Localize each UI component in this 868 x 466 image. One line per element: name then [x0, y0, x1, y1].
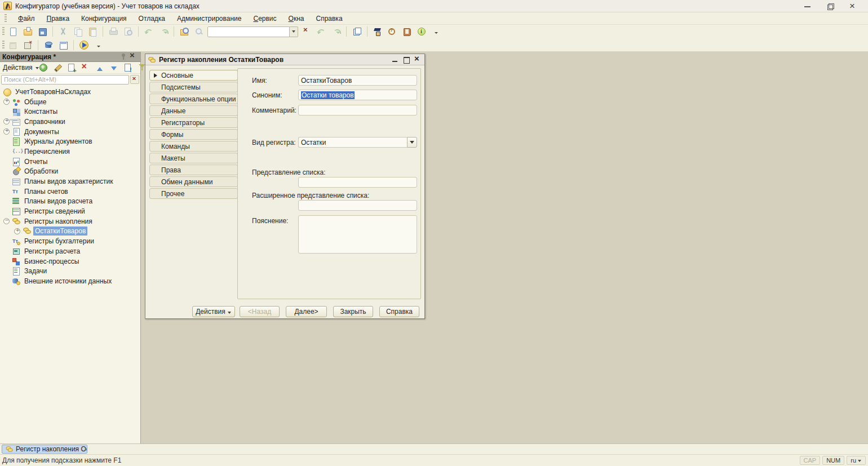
- tree-item-root[interactable]: УчетТоваровНаСкладах: [0, 87, 140, 97]
- external-data-sources-icon: [12, 277, 20, 285]
- tab-data[interactable]: Данные: [149, 105, 238, 116]
- configuration-panel: Конфигурация * Действия УчетТоваровНаСкл…: [0, 52, 141, 443]
- tree-item[interactable]: Планы видов характеристик: [0, 176, 140, 187]
- expand-placeholder: [3, 278, 10, 284]
- find-icon: [194, 27, 203, 36]
- configuration-close-icon: [23, 41, 32, 50]
- tab-forms[interactable]: Формы: [149, 129, 238, 140]
- start-debugging-icon: [79, 41, 88, 50]
- menu-configuration[interactable]: Конфигурация: [79, 14, 129, 24]
- actions-button[interactable]: Действия: [192, 306, 235, 317]
- search-dropdown-icon[interactable]: [290, 26, 298, 37]
- tab-functional-options[interactable]: Функциональные опции: [149, 94, 238, 104]
- comment-field[interactable]: [298, 105, 417, 116]
- tree-item[interactable]: Константы: [0, 106, 140, 117]
- next-button[interactable]: Далее>: [286, 306, 327, 317]
- information-registers-icon: [12, 207, 20, 215]
- tab-commands[interactable]: Команды: [149, 141, 238, 152]
- tree-item[interactable]: Общие: [0, 97, 140, 107]
- toolbar-grip[interactable]: [2, 27, 5, 36]
- tree-item[interactable]: Задачи: [0, 266, 140, 276]
- explanation-field[interactable]: [298, 215, 417, 254]
- dialog-titlebar[interactable]: Регистр накопления ОстаткиТоваров: [145, 54, 424, 65]
- tab-main[interactable]: Основные: [149, 70, 238, 81]
- document-journals-icon: [12, 137, 20, 145]
- tree-item[interactable]: Перечисления: [0, 147, 140, 157]
- tree-item[interactable]: Обработки: [0, 167, 140, 177]
- expand-placeholder: [3, 198, 10, 205]
- tree-item[interactable]: Документы: [0, 127, 140, 137]
- window-tab-active[interactable]: Регистр накопления Ост...: [2, 445, 87, 454]
- search-input[interactable]: [1, 75, 129, 85]
- tab-data-exchange[interactable]: Обмен данными: [149, 176, 238, 187]
- tree-item[interactable]: Регистры бухгалтерии: [0, 236, 140, 246]
- minimize-icon[interactable]: [804, 2, 812, 10]
- menu-administration[interactable]: Администрирование: [175, 14, 243, 24]
- separator: [73, 40, 74, 50]
- dialog-minimize-icon[interactable]: [392, 56, 398, 63]
- find-previous-icon: [317, 27, 326, 36]
- configuration-table-icon: [59, 41, 68, 50]
- panel-header: Конфигурация *: [0, 52, 140, 62]
- pin-icon[interactable]: [120, 52, 129, 61]
- tree-item[interactable]: Внешние источники данных: [0, 276, 140, 286]
- paste-icon: [88, 27, 97, 36]
- selected-text: Остатки товаров: [301, 91, 355, 99]
- restore-icon[interactable]: [826, 2, 834, 10]
- global-search-input[interactable]: [207, 26, 290, 37]
- dialog-close-icon[interactable]: [414, 56, 421, 63]
- tab-subsystems[interactable]: Подсистемы: [149, 82, 238, 92]
- collapse-icon[interactable]: [3, 218, 10, 224]
- expand-icon[interactable]: [3, 118, 10, 125]
- comment-label: Комментарий:: [252, 106, 296, 114]
- toolbar-grip[interactable]: [5, 14, 7, 23]
- menu-file[interactable]: Файл: [16, 14, 37, 24]
- accumulation-register-icon: [148, 56, 156, 64]
- register-kind-combobox[interactable]: Остатки: [298, 137, 417, 148]
- tree-item[interactable]: Планы счетов: [0, 187, 140, 197]
- menu-debug[interactable]: Отладка: [137, 14, 167, 24]
- tab-rights[interactable]: Права: [149, 165, 238, 175]
- tree-item[interactable]: Бизнес-процессы: [0, 256, 140, 267]
- tree-item[interactable]: Регистры сведений: [0, 206, 140, 216]
- menu-help[interactable]: Справка: [314, 14, 344, 24]
- help-button[interactable]: Справка: [379, 306, 419, 317]
- extended-list-presentation-field[interactable]: [298, 200, 417, 211]
- update-database-configuration-icon: [44, 41, 53, 50]
- name-field[interactable]: [298, 75, 417, 86]
- separator: [52, 26, 53, 37]
- dropdown-arrow-icon[interactable]: [407, 137, 417, 148]
- tab-other[interactable]: Прочее: [149, 188, 238, 199]
- toolbar-grip[interactable]: [2, 41, 5, 50]
- back-button[interactable]: <Назад: [240, 306, 280, 317]
- menu-edit[interactable]: Правка: [45, 14, 72, 24]
- expand-icon[interactable]: [14, 228, 20, 234]
- actions-menu-button[interactable]: Действия: [2, 64, 34, 72]
- configuration-root-icon: [3, 88, 11, 96]
- close-button[interactable]: Закрыть: [333, 306, 373, 317]
- tree-item[interactable]: Справочники: [0, 117, 140, 127]
- separator: [38, 40, 38, 50]
- close-icon[interactable]: [849, 2, 857, 10]
- tree-item[interactable]: Отчеты: [0, 157, 140, 167]
- menu-tools[interactable]: Сервис: [251, 14, 278, 24]
- tree-item[interactable]: Журналы документов: [0, 136, 140, 147]
- window-tab-label: Регистр накопления Ост...: [16, 445, 87, 453]
- synonym-field[interactable]: Остатки товаров: [298, 90, 417, 100]
- tree-item[interactable]: Планы видов расчета: [0, 197, 140, 207]
- expand-icon[interactable]: [3, 128, 10, 135]
- tree-item[interactable]: Регистры расчета: [0, 246, 140, 256]
- dialog-maximize-icon[interactable]: [403, 56, 410, 63]
- tab-templates[interactable]: Макеты: [149, 153, 238, 163]
- expand-icon[interactable]: [3, 99, 10, 105]
- num-lock-indicator: NUM: [822, 456, 844, 465]
- expand-placeholder: [3, 268, 10, 274]
- list-presentation-field[interactable]: [298, 177, 417, 188]
- menu-windows[interactable]: Окна: [287, 14, 306, 24]
- language-indicator[interactable]: ru: [847, 456, 866, 465]
- tab-recorders[interactable]: Регистраторы: [149, 117, 238, 128]
- tree-item[interactable]: Регистры накопления: [0, 216, 140, 227]
- tree-item-selected[interactable]: ОстаткиТоваров: [0, 227, 140, 237]
- panel-close-icon[interactable]: [129, 52, 138, 61]
- actions-toolbar: Действия: [0, 62, 140, 74]
